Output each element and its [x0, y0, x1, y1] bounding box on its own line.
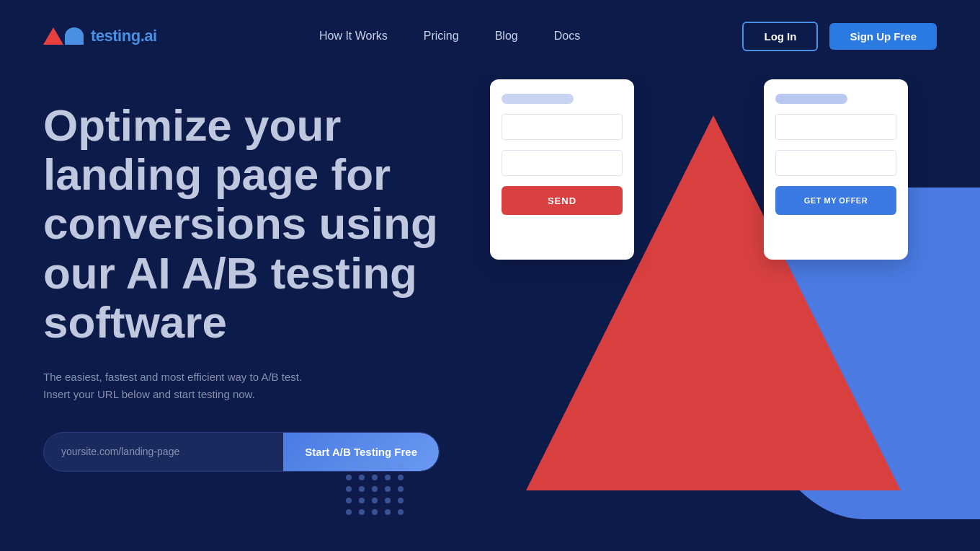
header: testing.ai How It Works Pricing Blog Doc…	[0, 0, 980, 72]
nav-pricing[interactable]: Pricing	[424, 30, 459, 43]
header-buttons: Log In Sign Up Free	[742, 22, 937, 51]
hero-section: Optimize your landing page for conversio…	[0, 72, 980, 551]
logo-icon	[43, 27, 84, 45]
url-input[interactable]	[44, 433, 283, 470]
logo[interactable]: testing.ai	[43, 27, 157, 45]
nav-how-it-works[interactable]: How It Works	[319, 30, 388, 43]
hero-illustration: SEND GET MY OFFER	[440, 72, 980, 551]
hero-subtitle: The easiest, fastest and most efficient …	[43, 369, 447, 403]
card-a-button: SEND	[502, 186, 623, 215]
login-button[interactable]: Log In	[742, 22, 818, 51]
logo-shape	[65, 27, 84, 45]
card-b-input-2	[775, 150, 896, 176]
hero-title: Optimize your landing page for conversio…	[43, 101, 447, 347]
card-b-label	[775, 94, 847, 104]
dot-decoration	[346, 463, 405, 515]
hero-text: Optimize your landing page for conversio…	[43, 101, 447, 472]
signup-button[interactable]: Sign Up Free	[829, 23, 937, 50]
card-b-input-1	[775, 114, 896, 140]
logo-triangle	[43, 27, 63, 45]
logo-text: testing.ai	[91, 27, 157, 45]
card-a-input-1	[502, 114, 623, 140]
card-a-label	[502, 94, 574, 104]
card-variant-a: SEND	[490, 79, 634, 260]
card-a-input-2	[502, 150, 623, 176]
card-variant-b: GET MY OFFER	[764, 79, 908, 260]
nav-blog[interactable]: Blog	[495, 30, 518, 43]
navigation: How It Works Pricing Blog Docs	[319, 30, 580, 43]
card-b-button: GET MY OFFER	[775, 186, 896, 215]
nav-docs[interactable]: Docs	[554, 30, 580, 43]
